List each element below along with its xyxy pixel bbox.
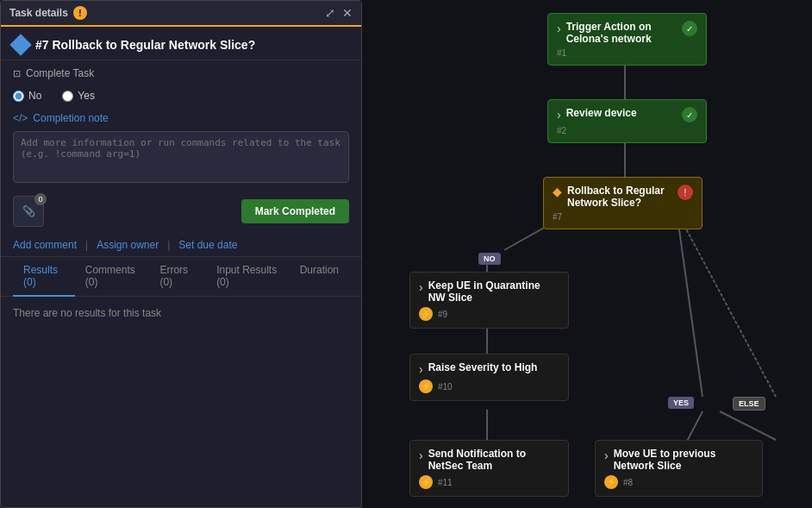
node8-chevron: ›: [604, 448, 609, 462]
tab-errors[interactable]: Errors (0): [149, 257, 206, 297]
node10-lightning: ⚡: [419, 379, 433, 393]
completion-note-label: Completion note: [33, 112, 108, 124]
radio-group: No Yes: [1, 86, 361, 109]
svg-line-9: [677, 211, 776, 397]
node2-check: ✓: [682, 107, 697, 122]
radio-no-input[interactable]: [13, 91, 24, 102]
task-title-row: #7 Rollback to Regular Network Slice?: [1, 27, 361, 60]
tabs-row: Results (0) Comments (0) Errors (0) Inpu…: [1, 257, 361, 297]
node11a-number: #11: [438, 478, 453, 487]
node2-number: #2: [557, 126, 566, 135]
node10-footer: ⚡ #10: [419, 379, 559, 393]
task-details-panel: Task details ! ⤢ ✕ #7 Rollback to Regula…: [0, 0, 362, 508]
panel-title: Task details: [9, 7, 68, 19]
node9-lightning: ⚡: [419, 307, 433, 321]
node2-footer: #2: [557, 126, 697, 135]
node1-header: › Trigger Action on Celona's network ✓: [557, 21, 697, 45]
tab-input-results[interactable]: Input Results (0): [206, 257, 290, 297]
code-icon: </>: [13, 112, 28, 124]
node10-header: › Raise Severity to High: [419, 361, 559, 376]
diamond-icon: [9, 34, 31, 55]
node7-footer: #7: [553, 212, 693, 222]
set-due-date-link[interactable]: Set due date: [178, 239, 237, 251]
node9-title: Keep UE in Quarantine NW Slice: [428, 279, 559, 304]
complete-task-row: ⊡ Complete Task: [1, 60, 361, 86]
node10-title: Raise Severity to High: [428, 361, 559, 373]
node9-footer: ⚡ #9: [419, 307, 559, 321]
tab-duration[interactable]: Duration: [290, 257, 349, 297]
node9-number: #9: [438, 310, 447, 319]
node11a-chevron: ›: [419, 448, 423, 462]
svg-line-6: [677, 211, 703, 397]
node8-footer: ⚡ #8: [604, 475, 753, 489]
node11a-lightning: ⚡: [419, 475, 433, 489]
completion-textarea[interactable]: [13, 131, 349, 183]
node11a-footer: ⚡ #11: [419, 475, 559, 489]
radio-yes-label[interactable]: Yes: [62, 90, 95, 102]
node7-diamond-icon: ◆: [553, 185, 562, 198]
attachment-button[interactable]: 📎 0: [13, 196, 44, 227]
no-label: No: [28, 90, 41, 102]
node7-alert: !: [678, 185, 693, 200]
node7-number: #7: [553, 212, 562, 222]
node10-chevron: ›: [419, 362, 423, 376]
yes-label: Yes: [78, 90, 95, 102]
node2-title: Review device: [566, 107, 677, 119]
node1-chevron: ›: [557, 22, 561, 35]
flow-node-8[interactable]: › Move UE to previous Network Slice ⚡ #8: [595, 440, 763, 497]
flow-diagram: › Trigger Action on Celona's network ✓ #…: [362, 0, 812, 508]
no-results-text: There are no results for this task: [13, 307, 161, 319]
task-title: #7 Rollback to Regular Network Slice?: [35, 38, 255, 52]
connectors-svg: [362, 0, 812, 508]
tab-results[interactable]: Results (0): [13, 257, 75, 297]
badge-else: ELSE: [733, 397, 765, 411]
node11a-title: Send Notification to NetSec Team: [428, 448, 559, 472]
completion-note-row: </> Completion note: [1, 109, 361, 128]
node8-header: › Move UE to previous Network Slice: [604, 448, 753, 472]
node7-title: Rollback to Regular Network Slice?: [567, 185, 672, 209]
node8-title: Move UE to previous Network Slice: [614, 448, 753, 472]
node8-lightning: ⚡: [604, 475, 618, 489]
complete-task-label: Complete Task: [26, 67, 94, 79]
node9-chevron: ›: [419, 280, 423, 294]
warning-icon: !: [73, 6, 87, 20]
complete-task-icon: ⊡: [13, 68, 21, 79]
attachment-badge: 0: [34, 193, 47, 205]
flow-node-10[interactable]: › Raise Severity to High ⚡ #10: [409, 354, 569, 401]
attachment-row: 📎 0 Mark Completed: [1, 192, 361, 234]
node2-chevron: ›: [557, 108, 561, 122]
node1-check: ✓: [682, 21, 697, 36]
mark-completed-button[interactable]: Mark Completed: [241, 199, 349, 223]
paperclip-icon: 📎: [22, 205, 35, 217]
flow-node-11a[interactable]: › Send Notification to NetSec Team ⚡ #11: [409, 440, 569, 497]
radio-no-label[interactable]: No: [13, 90, 41, 102]
textarea-wrapper: [1, 128, 361, 192]
panel-header-left: Task details !: [9, 6, 87, 20]
svg-line-8: [720, 411, 776, 440]
node11a-header: › Send Notification to NetSec Team: [419, 448, 559, 472]
flow-node-1[interactable]: › Trigger Action on Celona's network ✓ #…: [547, 13, 707, 66]
assign-owner-link[interactable]: Assign owner: [97, 239, 170, 251]
node8-number: #8: [623, 478, 633, 487]
node1-footer: #1: [557, 48, 697, 58]
panel-header: Task details ! ⤢ ✕: [1, 1, 361, 27]
flow-node-7[interactable]: ◆ Rollback to Regular Network Slice? ! #…: [543, 177, 703, 229]
add-comment-link[interactable]: Add comment: [13, 239, 88, 251]
action-links: Add comment Assign owner Set due date: [1, 234, 361, 257]
badge-no: NO: [478, 253, 501, 265]
tab-comments[interactable]: Comments (0): [75, 257, 150, 297]
radio-yes-input[interactable]: [62, 91, 73, 102]
close-button[interactable]: ✕: [342, 6, 353, 20]
node9-header: › Keep UE in Quarantine NW Slice: [419, 279, 559, 304]
tab-content: There are no results for this task: [1, 297, 361, 329]
flow-node-9[interactable]: › Keep UE in Quarantine NW Slice ⚡ #9: [409, 272, 569, 329]
panel-header-icons: ⤢ ✕: [325, 6, 353, 20]
flow-node-2[interactable]: › Review device ✓ #2: [547, 99, 707, 143]
node1-title: Trigger Action on Celona's network: [566, 21, 677, 45]
node2-header: › Review device ✓: [557, 107, 697, 122]
node7-header: ◆ Rollback to Regular Network Slice? !: [553, 185, 693, 209]
expand-button[interactable]: ⤢: [325, 6, 335, 20]
badge-yes: YES: [668, 397, 694, 409]
node10-number: #10: [438, 382, 453, 392]
node1-number: #1: [557, 48, 566, 58]
